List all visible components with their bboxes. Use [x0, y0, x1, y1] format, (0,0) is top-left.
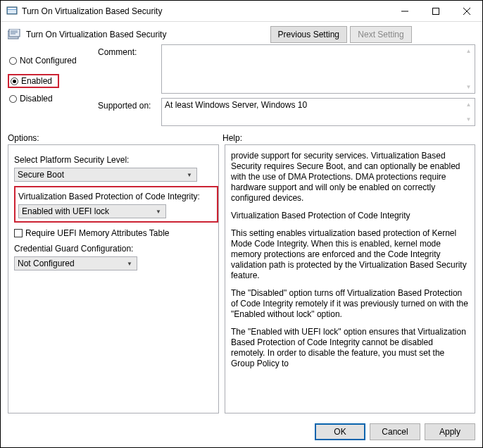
upper-area: Not Configured Enabled Disabled Comment:…: [1, 43, 482, 129]
previous-setting-button[interactable]: Previous Setting: [270, 26, 347, 43]
scrollbar[interactable]: ▲▼: [463, 45, 475, 93]
options-label: Options:: [8, 133, 222, 143]
help-text: This setting enables virtualization base…: [231, 228, 469, 281]
cancel-button[interactable]: Cancel: [370, 423, 420, 440]
titlebar: Turn On Virtualization Based Security: [1, 1, 482, 22]
platform-value: Secure Boot: [18, 170, 64, 180]
radio-icon: [11, 77, 18, 85]
radio-label: Enabled: [21, 76, 52, 86]
policy-title: Turn On Virtualization Based Security: [26, 30, 166, 39]
platform-label: Select Platform Security Level:: [14, 155, 213, 165]
checkbox-icon: [14, 229, 23, 237]
apply-button[interactable]: Apply: [425, 423, 475, 440]
vbp-label: Virtualization Based Protection of Code …: [18, 192, 214, 201]
close-button[interactable]: [451, 1, 482, 21]
credguard-dropdown[interactable]: Not Configured ▼: [14, 256, 137, 270]
chevron-down-icon: ▼: [124, 257, 135, 270]
policy-icon: [8, 29, 20, 40]
dialog-footer: OK Cancel Apply: [1, 418, 482, 447]
options-panel: Select Platform Security Level: Secure B…: [8, 144, 219, 413]
window-title: Turn On Virtualization Based Security: [22, 6, 389, 16]
policy-header: Turn On Virtualization Based Security Pr…: [1, 22, 482, 43]
panels: Select Platform Security Level: Secure B…: [1, 144, 482, 418]
radio-icon: [9, 95, 17, 103]
svg-rect-2: [8, 10, 16, 13]
radio-not-configured[interactable]: Not Configured: [8, 56, 92, 66]
supported-on-row: Supported on: At least Windows Server, W…: [98, 98, 475, 126]
comment-input[interactable]: ▲▼: [161, 44, 475, 94]
panel-labels: Options: Help:: [1, 129, 482, 144]
radio-label: Not Configured: [20, 56, 77, 66]
credguard-value: Not Configured: [18, 259, 75, 268]
minimize-button[interactable]: [389, 1, 420, 21]
chevron-down-icon: ▼: [153, 205, 164, 218]
ok-button[interactable]: OK: [315, 423, 365, 440]
field-column: Comment: ▲▼ Supported on: At least Windo…: [98, 44, 475, 126]
chevron-down-icon: ▼: [184, 168, 195, 181]
radio-icon: [9, 57, 17, 65]
supported-on-box: At least Windows Server, Windows 10 ▲▼: [161, 98, 475, 126]
svg-rect-4: [433, 8, 439, 14]
help-label: Help:: [222, 133, 242, 143]
radio-label: Disabled: [20, 94, 53, 104]
maximize-button[interactable]: [420, 1, 451, 21]
checkbox-label: Require UEFI Memory Attributes Table: [25, 228, 170, 238]
svg-rect-1: [8, 8, 16, 9]
scrollbar: ▲▼: [463, 99, 475, 125]
platform-dropdown[interactable]: Secure Boot ▼: [14, 168, 197, 182]
radio-disabled[interactable]: Disabled: [8, 94, 92, 104]
supported-on-value: At least Windows Server, Windows 10: [165, 100, 307, 110]
gpo-dialog-window: Turn On Virtualization Based Security Tu…: [0, 0, 483, 448]
state-radios: Not Configured Enabled Disabled: [8, 44, 92, 126]
comment-label: Comment:: [98, 44, 157, 94]
next-setting-button: Next Setting: [350, 26, 412, 43]
help-text: The "Disabled" option turns off Virtuali…: [231, 288, 469, 320]
require-uefi-mat-checkbox[interactable]: Require UEFI Memory Attributes Table: [14, 228, 213, 238]
help-text: provide support for security services. V…: [231, 151, 469, 204]
help-text: Virtualization Based Protection of Code …: [231, 211, 469, 221]
window-controls: [389, 1, 482, 21]
vbp-highlight-box: Virtualization Based Protection of Code …: [14, 186, 218, 223]
help-panel[interactable]: provide support for security services. V…: [225, 144, 475, 413]
help-text: The "Enabled with UEFI lock" option ensu…: [231, 327, 469, 369]
vbp-value: Enabled with UEFI lock: [22, 206, 109, 216]
comment-row: Comment: ▲▼: [98, 44, 475, 94]
radio-enabled[interactable]: Enabled: [8, 74, 59, 88]
supported-on-label: Supported on:: [98, 98, 157, 126]
credguard-label: Credential Guard Configuration:: [14, 244, 213, 254]
app-icon: [6, 6, 18, 17]
vbp-dropdown[interactable]: Enabled with UEFI lock ▼: [18, 204, 166, 218]
